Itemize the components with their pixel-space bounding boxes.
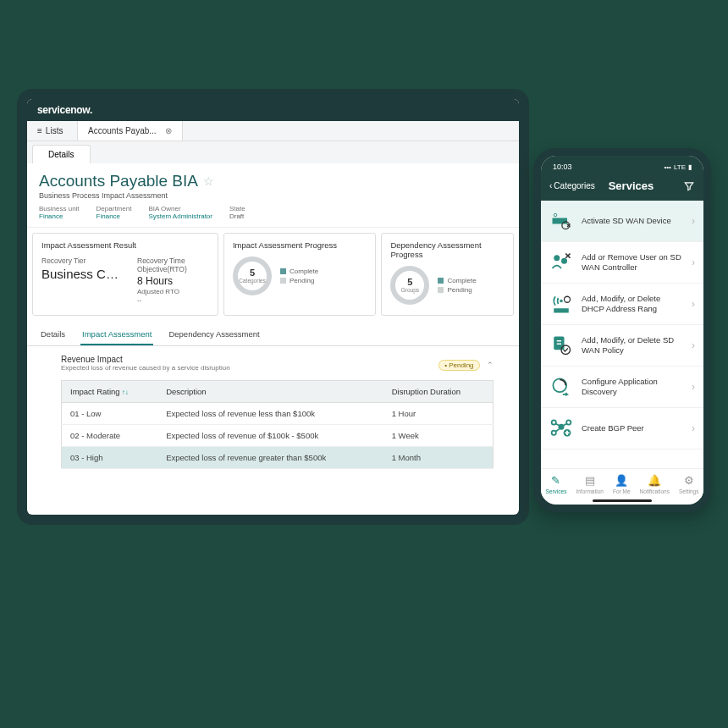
svg-point-4 (561, 258, 567, 264)
dep-progress-donut: 5 Groups (390, 266, 429, 305)
home-indicator[interactable] (593, 499, 652, 502)
svg-point-5 (560, 300, 563, 303)
subtab-row: Details (27, 141, 519, 163)
tab-details-content[interactable]: Details (39, 324, 67, 345)
gear-icon: ⚙ (684, 474, 694, 487)
revenue-table: Impact Rating↑↓ Description Disruption D… (61, 380, 494, 469)
users-icon (549, 251, 573, 274)
signal-icon: ••• (665, 163, 671, 171)
battery-icon: ▮ (688, 163, 692, 171)
status-time: 10:03 (553, 163, 572, 171)
breadcrumb-lists[interactable]: ≡ Lists (27, 121, 78, 141)
close-icon[interactable]: ⊗ (165, 126, 172, 135)
network-icon (549, 416, 573, 440)
breadcrumb-row: ≡ Lists Accounts Payab... ⊗ (27, 121, 519, 141)
service-item[interactable]: Add, Modify, or Delete SD WAN Policy › (541, 325, 703, 367)
brand-bar: servicenow. (27, 99, 519, 121)
page-header: Accounts Payable BIA ☆ Business Process … (27, 163, 519, 228)
back-button[interactable]: ‹ Categories (549, 181, 595, 190)
tablet-frame: servicenow. ≡ Lists Accounts Payab... ⊗ … (17, 89, 529, 525)
sort-icon: ↑↓ (122, 389, 129, 396)
chevron-right-icon: › (692, 381, 695, 393)
content-tabs: Details Impact Assessment Dependency Ass… (27, 321, 519, 346)
nav-information[interactable]: ▤Information (576, 474, 604, 494)
table-row[interactable]: 01 - LowExpected loss of revenue less th… (62, 403, 494, 425)
svg-point-3 (554, 255, 560, 261)
revenue-impact-section: Revenue Impact Expected loss of revenue … (27, 346, 519, 469)
nav-notifications[interactable]: 🔔Notifications (640, 474, 670, 494)
bottom-nav: ✎Services ▤Information 👤For Me 🔔Notifica… (541, 468, 703, 498)
book-icon: ▤ (585, 474, 595, 487)
tab-dependency-assessment[interactable]: Dependency Assessment (167, 324, 261, 345)
svg-point-13 (566, 420, 571, 424)
service-item[interactable]: Configure Application Discovery › (541, 367, 703, 408)
services-list: Activate SD WAN Device › Add or Remove U… (541, 201, 703, 468)
panel-dependency-progress: Dependency Assessment Progress 5 Groups … (381, 233, 514, 316)
discovery-icon (549, 375, 573, 399)
phone-frame: 10:03 ••• LTE ▮ ‹ Categories Services Ac… (533, 148, 711, 512)
person-icon: 👤 (615, 474, 628, 487)
page-subtitle: Business Process Impact Assessment (39, 191, 507, 200)
chevron-right-icon: › (692, 339, 695, 351)
antenna-icon (549, 292, 573, 316)
favorite-icon[interactable]: ☆ (203, 174, 214, 188)
chevron-right-icon: › (692, 256, 695, 268)
service-item[interactable]: Activate SD WAN Device › (541, 201, 703, 242)
meta-owner[interactable]: System Administrator (148, 212, 212, 220)
svg-rect-6 (554, 308, 569, 312)
col-impact-rating[interactable]: Impact Rating↑↓ (62, 381, 158, 403)
chevron-left-icon: ‹ (549, 181, 552, 190)
table-row[interactable]: 02 - ModerateExpected loss of revenue of… (62, 425, 494, 447)
nav-title: Services (609, 179, 678, 192)
collapse-icon[interactable]: ⌃ (487, 361, 494, 369)
meta-business-unit[interactable]: Finance (39, 212, 63, 220)
col-duration[interactable]: Disruption Duration (383, 381, 494, 403)
list-icon: ≡ (37, 126, 42, 135)
rto-value: 8 Hours (137, 275, 209, 287)
col-description[interactable]: Description (157, 381, 383, 403)
nav-services[interactable]: ✎Services (546, 474, 567, 494)
meta-row: Business unitFinance DepartmentFinance B… (39, 205, 507, 220)
nav-for-me[interactable]: 👤For Me (613, 474, 631, 494)
service-item[interactable]: Add, Modify, or Delete DHCP Address Rang… (541, 284, 703, 325)
meta-department[interactable]: Finance (97, 212, 120, 220)
nav-settings[interactable]: ⚙Settings (679, 474, 699, 494)
svg-rect-8 (554, 337, 564, 350)
panels-row: Impact Assessment Result Recovery Tier B… (27, 228, 519, 321)
chevron-right-icon: › (692, 422, 695, 434)
recovery-tier-value: Business Crit... (41, 267, 122, 281)
tablet-screen: servicenow. ≡ Lists Accounts Payab... ⊗ … (27, 99, 519, 515)
svg-point-14 (552, 431, 556, 435)
breadcrumb-current[interactable]: Accounts Payab... ⊗ (78, 121, 183, 141)
panel-result: Impact Assessment Result Recovery Tier B… (32, 233, 218, 316)
svg-rect-0 (553, 218, 568, 224)
status-badge: • Pending (438, 360, 479, 371)
service-item[interactable]: Create BGP Peer › (541, 408, 703, 449)
status-bar: 10:03 ••• LTE ▮ (541, 156, 703, 174)
svg-point-12 (552, 420, 556, 424)
progress-donut: 5 Categories (233, 256, 272, 295)
panel-progress: Impact Assessment Progress 5 Categories … (223, 233, 376, 316)
bell-icon: 🔔 (648, 474, 661, 487)
nav-bar: ‹ Categories Services (541, 174, 703, 201)
page-title: Accounts Payable BIA ☆ (39, 172, 507, 190)
svg-point-7 (565, 296, 571, 302)
policy-icon (549, 334, 573, 357)
filter-icon[interactable] (683, 180, 695, 192)
meta-state: Draft (229, 212, 244, 220)
table-row[interactable]: 03 - HighExpected loss of revenue greate… (62, 447, 494, 469)
service-item[interactable]: Add or Remove User on SD WAN Controller … (541, 242, 703, 284)
phone-screen: 10:03 ••• LTE ▮ ‹ Categories Services Ac… (541, 156, 703, 505)
edit-icon: ✎ (551, 474, 560, 487)
tab-impact-assessment[interactable]: Impact Assessment (80, 324, 153, 345)
chevron-right-icon: › (692, 215, 695, 227)
chevron-right-icon: › (692, 298, 695, 310)
brand-logo: servicenow. (37, 104, 92, 116)
tab-details[interactable]: Details (32, 145, 91, 163)
svg-point-1 (554, 213, 557, 217)
device-icon (549, 209, 573, 233)
